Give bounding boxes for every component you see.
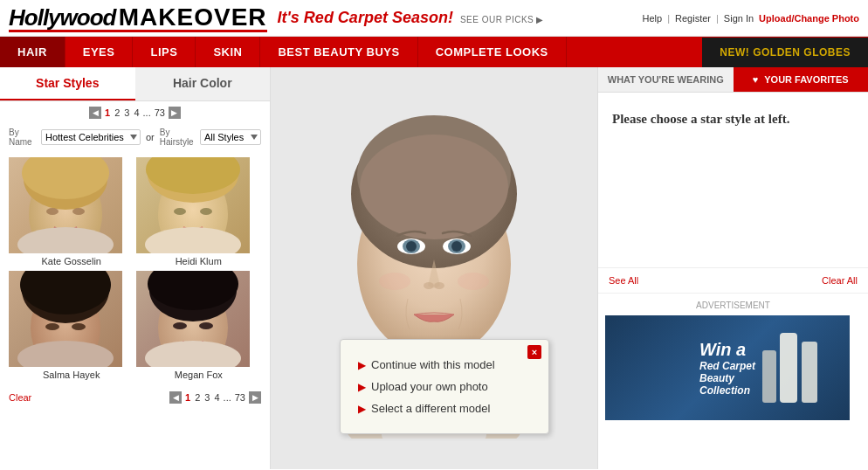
svg-rect-42: [802, 342, 817, 403]
hairstyle-filter-select[interactable]: All Styles Short Long: [200, 129, 261, 145]
or-text: or: [146, 132, 155, 142]
popup-different-label: Select a different model: [371, 402, 490, 415]
page-1[interactable]: 1: [104, 107, 111, 118]
favorites-label: YOUR FAVORITES: [764, 74, 848, 85]
celeb-megan-fox[interactable]: Megan Fox: [136, 271, 262, 383]
nav-skin[interactable]: SKIN: [196, 37, 260, 67]
ad-box[interactable]: Win a Red Carpet Beauty Collection: [605, 315, 850, 420]
celeb-name-salma: Salma Hayek: [9, 367, 134, 383]
divider1: |: [667, 13, 670, 24]
nav-eyes[interactable]: EYES: [65, 37, 134, 67]
celeb-heidi-klum[interactable]: Heidi Klum: [136, 157, 262, 269]
celeb-photo-salma: [9, 271, 122, 367]
ad-sub-text: Red Carpet Beauty Collection: [699, 360, 755, 397]
name-filter-select[interactable]: Hottest Celebrities A-Z: [41, 129, 141, 145]
svg-point-38: [379, 273, 410, 290]
svg-point-29: [360, 135, 508, 239]
see-picks[interactable]: SEE OUR PICKS ▶: [460, 15, 544, 24]
clear-link[interactable]: Clear: [9, 392, 31, 403]
filter-row: By Name Hottest Celebrities A-Z or By Ha…: [0, 124, 270, 154]
arrow-icon-1: ▶: [358, 359, 366, 371]
ad-label: ADVERTISEMENT: [605, 301, 861, 310]
svg-point-35: [451, 241, 462, 252]
celeb-name-heidi: Heidi Klum: [136, 253, 262, 269]
popup-option-different[interactable]: ▶ Select a different model: [358, 397, 531, 419]
pagination-top: ◀ 1 2 3 4 ... 73 ▶: [0, 101, 270, 124]
left-tabs: Star Styles Hair Color: [0, 67, 270, 101]
register-link[interactable]: Register: [675, 13, 711, 24]
tagline: It's Red Carpet Season!: [278, 9, 453, 27]
page-bottom-4[interactable]: 4: [213, 392, 220, 403]
page-bottom-1[interactable]: 1: [184, 392, 191, 403]
page-bottom-3[interactable]: 3: [203, 392, 210, 403]
tab-star-styles[interactable]: Star Styles: [0, 67, 135, 100]
next-page-button-bottom[interactable]: ▶: [249, 391, 261, 404]
main-content: Star Styles Hair Color ◀ 1 2 3 4 ... 73 …: [0, 67, 868, 469]
celeb-photo-heidi: [136, 157, 250, 253]
nav-beauty-buys[interactable]: BEST BEAUTY BUYS: [260, 37, 417, 67]
nav-lips[interactable]: LIPS: [133, 37, 196, 67]
center-panel: × ▶ Continue with this model ▶ Upload yo…: [271, 67, 597, 469]
svg-rect-41: [780, 333, 797, 403]
prev-page-button[interactable]: ◀: [89, 107, 101, 119]
svg-point-3: [46, 208, 59, 215]
popup-upload-label: Upload your own photo: [371, 380, 488, 393]
page-bottom-2[interactable]: 2: [194, 392, 201, 403]
page-2[interactable]: 2: [114, 107, 121, 118]
svg-point-39: [458, 273, 489, 290]
nav-complete-looks[interactable]: COMPLETE LOOKS: [418, 37, 567, 67]
celeb-name-kate: Kate Gosselin: [9, 253, 134, 269]
right-tabs: WHAT YOU'RE WEARING ♥ YOUR FAVORITES: [598, 67, 868, 93]
arrow-icon-3: ▶: [358, 403, 366, 415]
divider2: |: [716, 13, 719, 24]
svg-point-36: [424, 282, 434, 289]
celeb-name-megan: Megan Fox: [136, 367, 262, 383]
see-all-link[interactable]: See All: [609, 275, 638, 286]
svg-point-17: [17, 341, 114, 367]
popup-option-upload[interactable]: ▶ Upload your own photo: [358, 376, 531, 397]
popup-option-continue[interactable]: ▶ Continue with this model: [358, 354, 531, 376]
celeb-salma-hayek[interactable]: Salma Hayek: [9, 271, 134, 383]
logo-area: Hollywood MAKEOVER It's Red Carpet Seaso…: [9, 3, 544, 32]
arrow-icon-2: ▶: [358, 381, 366, 393]
svg-point-9: [174, 208, 186, 215]
salma-face-svg: [9, 271, 122, 367]
ad-text: Win a Red Carpet Beauty Collection: [691, 331, 764, 405]
right-panel: WHAT YOU'RE WEARING ♥ YOUR FAVORITES Ple…: [597, 67, 868, 469]
tab-wearing[interactable]: WHAT YOU'RE WEARING: [598, 67, 734, 92]
next-page-button[interactable]: ▶: [169, 107, 181, 119]
page-3[interactable]: 3: [123, 107, 130, 118]
nav-bar: HAIR EYES LIPS SKIN BEST BEAUTY BUYS COM…: [0, 37, 868, 67]
bottom-right: See All Clear All ADVERTISEMENT Win a Re…: [598, 267, 868, 427]
page-last[interactable]: 73: [154, 107, 166, 118]
prev-page-button-bottom[interactable]: ◀: [169, 391, 182, 404]
by-name-label: By Name: [9, 128, 36, 147]
tab-hair-color[interactable]: Hair Color: [135, 67, 271, 100]
svg-point-32: [406, 241, 417, 252]
page-4[interactable]: 4: [133, 107, 140, 118]
kate-face-svg: [9, 157, 122, 253]
sign-in-link[interactable]: Sign In: [724, 13, 754, 24]
popup-close-button[interactable]: ×: [527, 345, 541, 359]
clear-all-link[interactable]: Clear All: [822, 275, 858, 286]
celeb-kate-gosselin[interactable]: Kate Gosselin: [9, 157, 134, 269]
svg-point-21: [173, 322, 187, 329]
ad-product-svg: [754, 315, 841, 420]
help-link[interactable]: Help: [643, 13, 663, 24]
logo: Hollywood MAKEOVER: [9, 3, 267, 32]
tagline-area: It's Red Carpet Season! SEE OUR PICKS ▶: [278, 9, 544, 27]
logo-italic: Hollywood: [9, 4, 115, 31]
favorites-message: Please choose a star style at left.: [612, 110, 854, 128]
page-bottom-last[interactable]: 73: [234, 392, 246, 403]
bottom-bar: Clear ◀ 1 2 3 4 ... 73 ▶: [0, 386, 270, 409]
svg-point-37: [434, 282, 444, 289]
celeb-photo-kate: [9, 157, 122, 253]
nav-golden-globes[interactable]: NEW! GOLDEN GLOBES: [702, 38, 868, 67]
left-panel: Star Styles Hair Color ◀ 1 2 3 4 ... 73 …: [0, 67, 271, 469]
tab-favorites[interactable]: ♥ YOUR FAVORITES: [734, 67, 869, 92]
ad-win-text: Win a: [699, 340, 755, 360]
logo-bold: MAKEOVER: [119, 3, 267, 31]
upload-link[interactable]: Upload/Change Photo: [759, 13, 859, 24]
nav-hair[interactable]: HAIR: [0, 37, 65, 67]
heart-icon: ♥: [753, 74, 759, 85]
